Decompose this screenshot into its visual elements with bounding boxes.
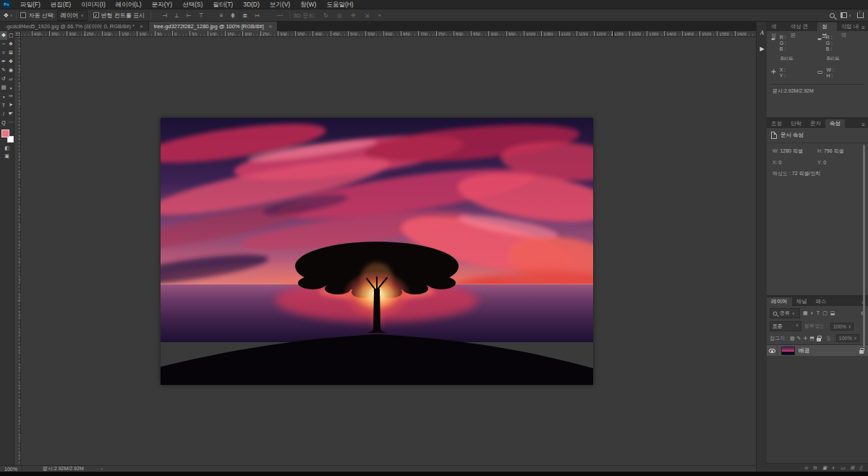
tab-color[interactable]: 색상 — [767, 22, 786, 31]
lock-position-icon[interactable]: ✛ — [803, 336, 807, 341]
layer-thumbnail[interactable] — [781, 347, 795, 355]
screen-mode-button[interactable]: ▣ — [4, 153, 9, 159]
distribute-h-icon[interactable]: ∺ — [252, 10, 263, 21]
visibility-toggle[interactable] — [767, 345, 778, 356]
menu-item[interactable]: 3D(D) — [238, 0, 265, 9]
vertical-ruler[interactable]: 2001501005005010015020025030035040045050… — [14, 37, 21, 465]
workspace-switcher[interactable]: ∨ — [841, 12, 851, 18]
align-center-h-icon[interactable]: ⊥ — [171, 10, 182, 21]
status-chevron-icon[interactable]: › — [84, 467, 103, 472]
fill-field[interactable]: 100% ∨ — [836, 334, 860, 342]
move-tool[interactable]: ✥ — [0, 31, 7, 40]
tab-character[interactable]: 문자 — [806, 119, 825, 128]
3d-pan-icon[interactable]: ✛ — [348, 10, 359, 21]
quick-mask-button[interactable]: ◧ — [4, 145, 9, 151]
layer-filter-search[interactable]: 종류 ∨ — [770, 308, 800, 318]
healing-brush-tool[interactable]: ✚ — [7, 57, 14, 66]
tab-channels[interactable]: 채널 — [792, 297, 812, 306]
tab-swatches[interactable]: 색상 견본 — [786, 22, 817, 31]
delete-layer-icon[interactable]: ▯ — [859, 465, 862, 471]
lock-transparent-icon[interactable]: ▨ — [790, 336, 795, 341]
layer-row-background[interactable]: 배경 — [767, 345, 868, 356]
clone-stamp-tool[interactable]: ◉ — [7, 66, 14, 75]
type-tool[interactable]: T — [0, 101, 7, 109]
link-layers-icon[interactable]: ∞ — [804, 465, 808, 470]
3d-zoom-icon[interactable]: ⌖ — [375, 10, 384, 21]
blend-mode-select[interactable]: 표준 ∨ — [770, 321, 801, 331]
menu-item[interactable]: 문자(Y) — [147, 0, 177, 9]
new-layer-icon[interactable]: ⊞ — [850, 465, 854, 471]
layer-effects-icon[interactable]: fx — [813, 465, 817, 470]
tab-info[interactable]: 정보 — [817, 22, 837, 31]
tab-properties[interactable]: 속성 — [825, 119, 845, 128]
canvas-image[interactable] — [161, 118, 593, 385]
adjustment-layer-icon[interactable]: ◐ — [832, 465, 835, 470]
filter-pixel-icon[interactable]: ▦ — [802, 310, 809, 316]
tab-layers[interactable]: 레이어 — [767, 297, 792, 306]
menu-item[interactable]: 레이어(L) — [111, 0, 147, 9]
pen-tool[interactable]: ✑ — [7, 92, 14, 101]
frame-tool[interactable]: ⊠ — [7, 48, 14, 57]
dodge-tool[interactable]: ◖ — [0, 92, 7, 101]
ruler-origin-corner[interactable] — [14, 31, 21, 37]
menu-item[interactable]: 창(W) — [295, 0, 321, 9]
lock-pixels-icon[interactable]: ✎ — [797, 336, 801, 341]
3d-slide-icon[interactable]: ⇲ — [362, 10, 373, 21]
marquee-tool[interactable]: ▢ — [7, 31, 14, 40]
menu-item[interactable]: 편집(E) — [46, 0, 76, 9]
bit-depth-label[interactable]: 8비트 — [817, 55, 864, 62]
distribute-center-icon[interactable]: ⋕ — [228, 10, 239, 21]
align-right-icon[interactable]: ⊢ — [184, 10, 195, 21]
history-brush-tool[interactable]: ↺ — [0, 75, 7, 83]
auto-select-checkbox[interactable] — [20, 12, 26, 18]
menu-item[interactable]: 선택(S) — [177, 0, 208, 9]
document-tab[interactable]: -gcdc8f4ed5_1920.jpg @ 66.7% (레이어 0, RGB… — [0, 22, 149, 31]
lock-artboard-icon[interactable]: ⬒ — [809, 336, 814, 341]
zoom-tool[interactable]: Q — [0, 118, 7, 127]
menu-item[interactable]: 파일(F) — [15, 0, 46, 9]
hand-tool[interactable]: ☛ — [7, 109, 14, 118]
3d-orbit-icon[interactable]: ↻ — [320, 10, 331, 21]
menu-item[interactable]: 필터(T) — [208, 0, 238, 9]
menu-item[interactable]: 도움말(H) — [321, 0, 358, 9]
lock-all-icon[interactable] — [817, 338, 821, 341]
filter-smart-icon[interactable]: ⬓ — [830, 310, 836, 316]
opacity-field[interactable]: 100% ∨ — [830, 323, 854, 331]
foreground-color-swatch[interactable] — [1, 129, 9, 137]
path-selection-tool[interactable]: ➤ — [7, 101, 14, 109]
layer-group-icon[interactable]: ▭ — [841, 465, 846, 471]
layer-mask-icon[interactable]: ▣ — [822, 465, 827, 471]
collapsed-panel-icon[interactable]: A — [757, 27, 767, 38]
expand-panels-arrow[interactable]: ▶ — [757, 43, 767, 54]
menu-item[interactable]: 보기(V) — [265, 0, 295, 9]
show-transform-checkbox[interactable]: ✓ — [93, 12, 99, 18]
brush-tool[interactable]: ✎ — [0, 66, 7, 75]
filter-shape-icon[interactable]: ▢ — [822, 310, 828, 316]
zoom-level-field[interactable]: 100% — [0, 466, 22, 472]
3d-roll-icon[interactable]: ◎ — [334, 10, 345, 21]
more-tools[interactable]: ⋯ — [7, 118, 14, 127]
current-tool-badge[interactable]: ✥ ∨ — [4, 12, 12, 19]
panel-menu-icon[interactable]: ≡ — [861, 122, 865, 128]
menu-item[interactable]: 이미지(I) — [76, 0, 111, 9]
document-tab[interactable]: tree-gd3272f282_1280.jpg @ 100% [RGB/8#]… — [149, 22, 278, 31]
eyedropper-tool[interactable]: ✒ — [0, 57, 7, 66]
close-icon[interactable]: × — [269, 23, 273, 30]
panel-scrollbar[interactable] — [863, 145, 865, 347]
search-icon[interactable] — [830, 13, 835, 18]
gradient-tool[interactable]: ▨ — [0, 83, 7, 92]
quick-selection-tool[interactable]: ❖ — [7, 40, 14, 48]
shape-tool[interactable]: / — [0, 109, 7, 118]
auto-select-dropdown[interactable]: 레이어 ∨ — [57, 10, 88, 21]
share-icon[interactable] — [857, 12, 864, 18]
filter-type-icon[interactable]: T — [816, 310, 820, 316]
close-icon[interactable]: × — [140, 23, 143, 30]
tab-paragraph[interactable]: 단락 — [786, 119, 806, 128]
tab-paths[interactable]: 패스 — [812, 297, 831, 306]
eraser-tool[interactable]: ▱ — [7, 75, 14, 83]
tab-adjustments[interactable]: 조정 — [767, 119, 786, 128]
horizontal-ruler[interactable]: 4003503002502001501005005010015020025030… — [21, 31, 756, 37]
app-logo-icon[interactable]: Ps — [2, 1, 11, 9]
distribute-bottom-icon[interactable]: ≣ — [239, 10, 250, 21]
filter-adjustment-icon[interactable]: ◐ — [810, 310, 814, 316]
